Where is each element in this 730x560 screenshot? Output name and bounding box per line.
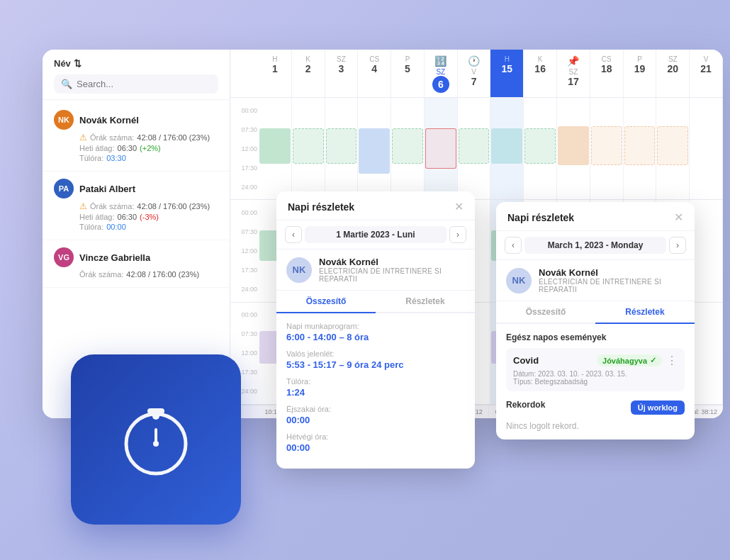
more-options-btn[interactable]: ⋮ <box>666 354 678 367</box>
dialog-ro-next[interactable]: › <box>449 226 466 243</box>
warn-icon-2: ⚠ <box>79 201 87 211</box>
cell-novak-17[interactable] <box>557 98 590 199</box>
tab-ro-summary[interactable]: Összesítő <box>276 291 376 313</box>
cal-day-19[interactable]: P 19 <box>624 50 657 97</box>
detail-program: Napi munkaprogram: 6:00 - 14:00 – 8 óra <box>286 322 465 342</box>
detail-presence: Valós jelenlét: 5:53 - 15:17 – 9 óra 24 … <box>286 349 465 370</box>
cell-novak-1[interactable] <box>259 98 292 199</box>
cell-novak-15[interactable] <box>490 98 524 199</box>
cal-day-21[interactable]: V 21 <box>690 50 723 97</box>
dialog-en-date-nav: ‹ March 1, 2023 - Monday › <box>496 231 695 260</box>
stat-avg-row: Heti átlag: 06:30 (+2%) <box>79 144 218 152</box>
dialog-en-header: Napi részletek ✕ <box>496 202 695 231</box>
cal-day-20[interactable]: Sz 20 <box>656 50 690 97</box>
dialog-ro-prev[interactable]: ‹ <box>285 226 302 243</box>
cell-novak-5[interactable] <box>391 98 425 199</box>
dialog-en-emp-role: ELECTRICIAN DE INTRETINERE SI REPARATII <box>539 278 685 293</box>
cell-novak-4[interactable] <box>358 98 391 199</box>
timer-icon <box>113 396 198 483</box>
tab-en-summary[interactable]: Összesítő <box>496 301 595 323</box>
cal-day-18[interactable]: Cs 18 <box>590 50 624 97</box>
stat-overtime-row-2: Túlóra: 00:00 <box>79 223 218 231</box>
dialog-ro-avatar: NK <box>286 257 312 283</box>
dialog-en-employee: NK Novák Kornél ELECTRICIAN DE INTRETINE… <box>496 260 695 301</box>
cell-novak-19[interactable] <box>624 98 657 199</box>
cal-day-17[interactable]: 📌 Sz 17 <box>557 50 590 97</box>
dialog-en-close[interactable]: ✕ <box>674 212 683 223</box>
search-box: 🔍 <box>54 74 218 94</box>
cal-cells-novak <box>259 98 723 199</box>
cal-day-7[interactable]: 🕐 V 7 <box>458 50 491 97</box>
dialog-en-date: March 1, 2023 - Monday <box>524 237 666 254</box>
calendar-header: H 1 K 2 Sz 3 Cs 4 P 5 🔢 Sz 6 <box>230 50 723 98</box>
cell-vincze-21[interactable] <box>690 303 723 404</box>
covid-card: Covid Jóváhagyva ✓ ⋮ Dátum: 2023. 03. 10… <box>506 348 685 391</box>
dialog-en-next[interactable]: › <box>669 237 686 254</box>
employee-item-pataki[interactable]: PA Pataki Albert ⚠ Órák száma: 42:08 / 1… <box>43 172 230 240</box>
name-filter-label: Név <box>54 58 71 69</box>
sidebar-header: Név ⇅ 🔍 <box>43 50 230 100</box>
dialog-ro-emp-details: Novák Kornél ELECTRICIAN DE INTRETINERE … <box>319 257 465 283</box>
cell-novak-2[interactable] <box>292 98 325 199</box>
dialog-ro-body: Napi munkaprogram: 6:00 - 14:00 – 8 óra … <box>276 313 475 469</box>
new-worklog-button[interactable]: Új worklog <box>631 401 685 415</box>
covid-name: Covid <box>513 355 539 366</box>
stat-avg-row-2: Heti átlag: 06:30 (-3%) <box>79 213 218 221</box>
cell-novak-21[interactable] <box>690 98 723 199</box>
tab-ro-details[interactable]: Részletek <box>376 291 475 312</box>
employee-item-novak[interactable]: NK Novák Kornél ⚠ Órák száma: 42:08 / 17… <box>43 103 230 172</box>
cal-day-2[interactable]: K 2 <box>292 50 325 97</box>
cal-day-6[interactable]: 🔢 Sz 6 <box>425 50 458 97</box>
dialog-ro-header: Napi részletek ✕ <box>276 191 475 220</box>
cell-novak-16[interactable] <box>524 98 557 199</box>
dialog-en-body: Egész napos események Covid Jóváhagyva ✓… <box>496 324 695 439</box>
dialog-en-avatar: NK <box>506 268 532 293</box>
cal-day-3[interactable]: Sz 3 <box>325 50 359 97</box>
cal-day-4[interactable]: Cs 4 <box>358 50 391 97</box>
cal-day-1[interactable]: H 1 <box>259 50 292 97</box>
dialog-ro-close[interactable]: ✕ <box>454 201 464 213</box>
svg-point-4 <box>153 441 159 447</box>
covid-actions: Jóváhagyva ✓ ⋮ <box>597 354 678 367</box>
dialog-ro-employee: NK Novák Kornél ELECTRICIAN DE INTRETINE… <box>276 250 475 291</box>
avatar-vincze: VG <box>54 247 74 267</box>
cell-novak-6[interactable] <box>425 98 458 199</box>
time-labels-2: 00:00 07:30 12:00 17:30 24:00 <box>230 200 259 301</box>
search-icon: 🔍 <box>61 79 72 89</box>
cal-day-16[interactable]: K 16 <box>524 50 557 97</box>
avatar-pataki: PA <box>54 179 74 198</box>
timer-card <box>71 354 241 525</box>
records-header: Rekordok Új worklog <box>506 400 685 415</box>
cal-day-15[interactable]: H 15 <box>490 50 524 97</box>
cal-day-5[interactable]: P 5 <box>391 50 425 97</box>
time-labels-1: 00:00 07:30 12:00 17:30 24:00 <box>230 98 259 199</box>
cal-row-novak: 00:00 07:30 12:00 17:30 24:00 <box>230 98 723 200</box>
dialog-en-prev[interactable]: ‹ <box>505 237 522 254</box>
sort-icon: ⇅ <box>74 58 82 69</box>
dialog-ro-tabs: Összesítő Részletek <box>276 291 475 313</box>
dialog-en-emp-details: Novák Kornél ELECTRICIAN DE INTRETINERE … <box>539 267 685 293</box>
cell-novak-18[interactable] <box>590 98 624 199</box>
name-filter[interactable]: Név ⇅ <box>54 58 218 69</box>
avatar-novak: NK <box>54 110 74 130</box>
search-input[interactable] <box>77 79 211 89</box>
cell-novak-3[interactable] <box>325 98 359 199</box>
dialog-ro-date: 1 Martie 2023 - Luni <box>305 226 447 243</box>
dialog-en-title: Napi részletek <box>507 212 574 223</box>
cell-novak-20[interactable] <box>656 98 690 199</box>
stat-hours-row: ⚠ Órák száma: 42:08 / 176:00 (23%) <box>79 133 218 142</box>
employee-name-vincze: VG Vincze Gabriella <box>54 247 218 267</box>
stat-hours-row-2: ⚠ Órák száma: 42:08 / 176:00 (23%) <box>79 201 218 211</box>
approved-badge: Jóváhagyva ✓ <box>597 354 662 366</box>
tab-en-details[interactable]: Részletek <box>595 301 695 324</box>
covid-header: Covid Jóváhagyva ✓ ⋮ <box>513 354 678 367</box>
cell-pataki-21[interactable] <box>690 200 723 301</box>
stat-overtime-row: Túlóra: 03:30 <box>79 154 218 162</box>
covid-type: Típus: Betegszabadság <box>513 378 678 386</box>
dialog-english: Napi részletek ✕ ‹ March 1, 2023 - Monda… <box>496 202 695 439</box>
employee-item-vincze[interactable]: VG Vincze Gabriella Órák száma: 42:08 / … <box>43 240 230 288</box>
detail-overtime: Túlóra: 1:24 <box>286 377 465 398</box>
cell-novak-7[interactable] <box>458 98 491 199</box>
dialog-ro-emp-role: ELECTRICIAN DE INTRETINERE SI REPARATII <box>319 267 465 283</box>
svg-rect-2 <box>147 408 164 414</box>
